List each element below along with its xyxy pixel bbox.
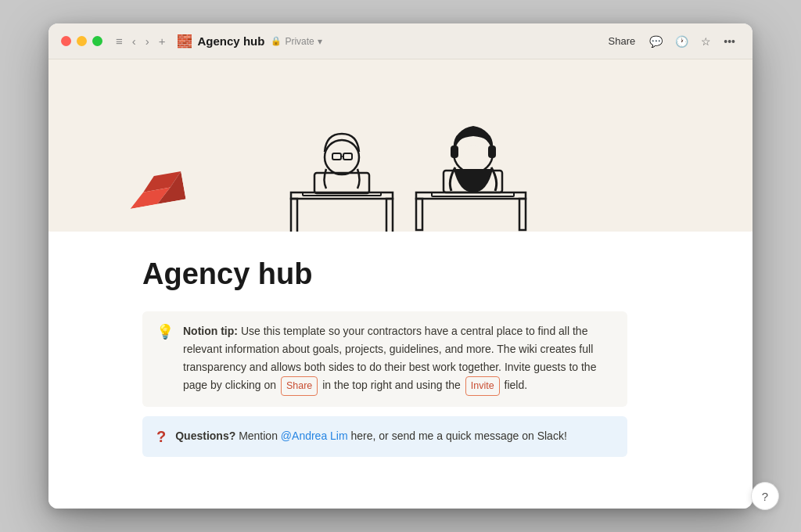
forward-button[interactable]: › [142, 33, 153, 49]
tip-callout: 💡 Notion tip: Use this template so your … [142, 311, 627, 407]
comment-button[interactable]: 💬 [645, 32, 667, 51]
privacy-label: Private [285, 36, 314, 47]
svg-rect-16 [488, 146, 496, 158]
tip-text-2: in the top right and using the [322, 379, 464, 391]
page-content: Agency hub 💡 Notion tip: Use this templa… [48, 59, 753, 509]
mention-link[interactable]: @Andrea Lim [281, 430, 348, 442]
more-options-button[interactable]: ••• [719, 32, 740, 51]
question-bold-label: Questions? [175, 430, 235, 442]
svg-rect-15 [451, 146, 458, 158]
privacy-indicator[interactable]: 🔒 Private ▾ [271, 36, 321, 47]
svg-rect-7 [343, 153, 352, 160]
help-button[interactable]: ? [751, 482, 779, 510]
svg-rect-2 [386, 199, 393, 232]
page-heading: Agency hub [142, 257, 627, 293]
menu-button[interactable]: ≡ [112, 33, 127, 49]
history-button[interactable]: 🕐 [670, 32, 693, 51]
question-text-2: here, or send me a quick message on Slac… [351, 430, 567, 442]
navigation-controls: ≡ ‹ › + [112, 33, 170, 49]
page-body: Agency hub 💡 Notion tip: Use this templa… [48, 232, 721, 504]
hero-brick-icon [123, 154, 188, 217]
tip-icon: 💡 [156, 323, 174, 340]
back-button[interactable]: ‹ [128, 33, 140, 49]
titlebar-right-actions: Share 💬 🕐 ☆ ••• [602, 32, 740, 51]
svg-point-17 [462, 146, 484, 164]
brick-icon: 🧱 [177, 34, 192, 49]
titlebar: ≡ ‹ › + 🧱 Agency hub 🔒 Private ▾ Share 💬… [48, 23, 753, 59]
question-callout: ? Questions? Mention @Andrea Lim here, o… [142, 416, 627, 457]
svg-rect-6 [332, 153, 341, 160]
svg-rect-10 [416, 199, 422, 230]
app-window: ≡ ‹ › + 🧱 Agency hub 🔒 Private ▾ Share 💬… [48, 23, 753, 509]
svg-rect-11 [519, 199, 526, 230]
traffic-lights [61, 36, 102, 46]
lock-icon: 🔒 [271, 36, 282, 46]
svg-rect-13 [432, 192, 514, 196]
page-title-bar: Agency hub [198, 34, 265, 48]
invite-badge: Invite [465, 376, 500, 396]
help-icon: ? [762, 490, 768, 503]
chevron-down-icon: ▾ [318, 36, 322, 47]
share-badge: Share [281, 376, 318, 396]
question-callout-text: Questions? Mention @Andrea Lim here, or … [175, 427, 567, 445]
favorite-button[interactable]: ☆ [696, 32, 716, 51]
page-icon: 🧱 [176, 33, 193, 50]
close-button[interactable] [61, 36, 71, 46]
hero-illustration [236, 75, 565, 232]
svg-rect-3 [314, 173, 369, 193]
share-button[interactable]: Share [602, 32, 642, 50]
tip-callout-text: Notion tip: Use this template so your co… [183, 322, 613, 396]
tip-text-3: field. [505, 379, 528, 391]
tip-bold-label: Notion tip: [183, 325, 238, 337]
svg-rect-1 [291, 199, 297, 232]
question-text-1: Mention [239, 430, 281, 442]
question-icon: ? [156, 428, 166, 446]
minimize-button[interactable] [77, 36, 87, 46]
add-button[interactable]: + [155, 33, 170, 49]
hero-banner [48, 59, 753, 232]
maximize-button[interactable] [92, 36, 102, 46]
